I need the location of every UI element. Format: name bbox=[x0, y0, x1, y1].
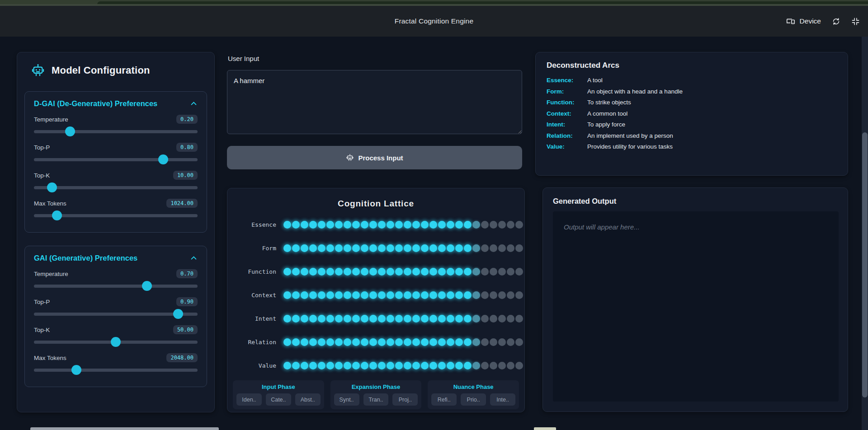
lattice-dot bbox=[490, 244, 497, 252]
phase-card: Nuance Phase Refi..Prio..Inte.. bbox=[428, 380, 519, 409]
lattice-dot bbox=[378, 362, 386, 369]
phase-card: Input Phase Iden..Cate..Abst.. bbox=[233, 380, 324, 409]
arc-row: Relation:An implement used by a person bbox=[547, 132, 837, 139]
phase-step-button[interactable]: Abst.. bbox=[295, 393, 321, 406]
slider-thumb[interactable] bbox=[47, 182, 57, 192]
slider[interactable] bbox=[34, 308, 198, 319]
arc-row: Value:Provides utility for various tasks bbox=[547, 143, 837, 150]
slider[interactable] bbox=[34, 280, 198, 291]
lattice-dot bbox=[335, 268, 343, 276]
phase-step-button[interactable]: Iden.. bbox=[236, 393, 262, 406]
header-controls: Device bbox=[786, 6, 860, 37]
lattice-dot bbox=[301, 244, 308, 252]
lattice-dot bbox=[344, 315, 351, 322]
phase-step-button[interactable]: Cate.. bbox=[266, 393, 291, 406]
lattice-dot bbox=[498, 362, 506, 369]
process-input-button[interactable]: Process Input bbox=[227, 146, 522, 169]
lattice-dot bbox=[481, 268, 489, 276]
compress-icon[interactable] bbox=[851, 17, 860, 26]
slider-track[interactable] bbox=[34, 130, 198, 133]
lattice-dot bbox=[472, 268, 480, 276]
slider-track[interactable] bbox=[34, 285, 198, 288]
phase-step-button[interactable]: Proj.. bbox=[392, 393, 418, 406]
lattice-dot bbox=[472, 221, 480, 229]
lattice-dots bbox=[283, 268, 523, 276]
phase-buttons: Iden..Cate..Abst.. bbox=[236, 393, 321, 406]
lattice-dot bbox=[429, 221, 437, 229]
arc-row: Context:A common tool bbox=[547, 110, 837, 117]
slider[interactable] bbox=[34, 365, 198, 375]
lattice-dot bbox=[421, 221, 429, 229]
lattice-dot bbox=[404, 338, 411, 346]
slider-track[interactable] bbox=[34, 158, 198, 161]
lattice-dot bbox=[507, 244, 514, 252]
lattice-row: Relation bbox=[233, 330, 519, 354]
lattice-dot bbox=[326, 338, 334, 346]
slider[interactable] bbox=[34, 337, 198, 347]
slider-thumb[interactable] bbox=[52, 210, 62, 220]
lattice-dot bbox=[412, 291, 420, 299]
lattice-dot bbox=[507, 291, 514, 299]
slider-thumb[interactable] bbox=[173, 309, 183, 319]
lattice-dot bbox=[378, 268, 386, 276]
lattice-dot bbox=[378, 291, 386, 299]
slider-thumb[interactable] bbox=[142, 281, 152, 291]
lattice-dot bbox=[335, 244, 343, 252]
slider-thumb[interactable] bbox=[111, 337, 121, 347]
slider-track[interactable] bbox=[34, 369, 198, 372]
lattice-row: Context bbox=[233, 283, 519, 307]
phase-step-button[interactable]: Inte.. bbox=[490, 393, 515, 406]
lattice-row-label: Form bbox=[233, 245, 276, 252]
slider[interactable] bbox=[34, 126, 198, 137]
gai-preferences-title: GAI (Generative) Preferences bbox=[34, 254, 137, 262]
dgai-preferences-header[interactable]: D-GAI (De-Generative) Preferences bbox=[34, 99, 198, 108]
lattice-dot bbox=[301, 221, 308, 229]
lattice-dot bbox=[361, 244, 368, 252]
slider[interactable] bbox=[34, 182, 198, 193]
lattice-dot bbox=[421, 338, 429, 346]
lattice-dot bbox=[301, 315, 308, 322]
phase-step-button[interactable]: Prio.. bbox=[461, 393, 486, 406]
user-input-textarea[interactable]: A hammer bbox=[227, 70, 522, 134]
lattice-dot bbox=[455, 338, 463, 346]
slider-track[interactable] bbox=[34, 186, 198, 189]
lattice-dot bbox=[387, 315, 394, 322]
lattice-dot bbox=[490, 338, 497, 346]
phase-step-button[interactable]: Tran.. bbox=[363, 393, 389, 406]
chevron-up-icon[interactable] bbox=[190, 254, 198, 262]
refresh-icon[interactable] bbox=[832, 17, 840, 26]
phase-title: Input Phase bbox=[236, 383, 321, 390]
lattice-dot bbox=[283, 315, 291, 322]
arc-value: An implement used by a person bbox=[587, 132, 673, 139]
slider-thumb[interactable] bbox=[71, 365, 81, 375]
slider[interactable] bbox=[34, 154, 198, 165]
lattice-dot bbox=[352, 338, 360, 346]
lattice-dot bbox=[429, 268, 437, 276]
phase-step-button[interactable]: Synt.. bbox=[334, 393, 359, 406]
lattice-dot bbox=[455, 244, 463, 252]
lattice-dot bbox=[344, 362, 351, 369]
lattice-dot bbox=[438, 338, 446, 346]
lattice-dot bbox=[412, 221, 420, 229]
vertical-scrollbar-thumb[interactable] bbox=[862, 132, 868, 397]
lattice-dot bbox=[292, 315, 300, 322]
chevron-up-icon[interactable] bbox=[190, 100, 198, 108]
lattice-dot bbox=[472, 338, 480, 346]
device-button[interactable]: Device bbox=[786, 16, 821, 26]
phase-step-button[interactable]: Refi.. bbox=[431, 393, 457, 406]
page-title: Fractal Cognition Engine bbox=[0, 6, 868, 37]
lattice-dot bbox=[283, 268, 291, 276]
lattice-dot bbox=[455, 221, 463, 229]
slider-thumb[interactable] bbox=[65, 126, 75, 136]
lattice-row-label: Essence bbox=[233, 221, 276, 228]
lattice-dot bbox=[387, 244, 394, 252]
slider[interactable] bbox=[34, 210, 198, 221]
deconstructed-arcs-title: Deconstructed Arcs bbox=[547, 61, 837, 70]
lattice-dot bbox=[498, 338, 506, 346]
slider-group: Max Tokens 1024.00 bbox=[34, 198, 198, 221]
lattice-dot bbox=[369, 315, 377, 322]
dgai-sliders: Temperature 0.20 Top-P 0.80 Top-K 10.00 … bbox=[34, 114, 198, 221]
lattice-dot bbox=[481, 221, 489, 229]
gai-preferences-header[interactable]: GAI (Generative) Preferences bbox=[34, 254, 198, 262]
slider-thumb[interactable] bbox=[158, 154, 168, 164]
